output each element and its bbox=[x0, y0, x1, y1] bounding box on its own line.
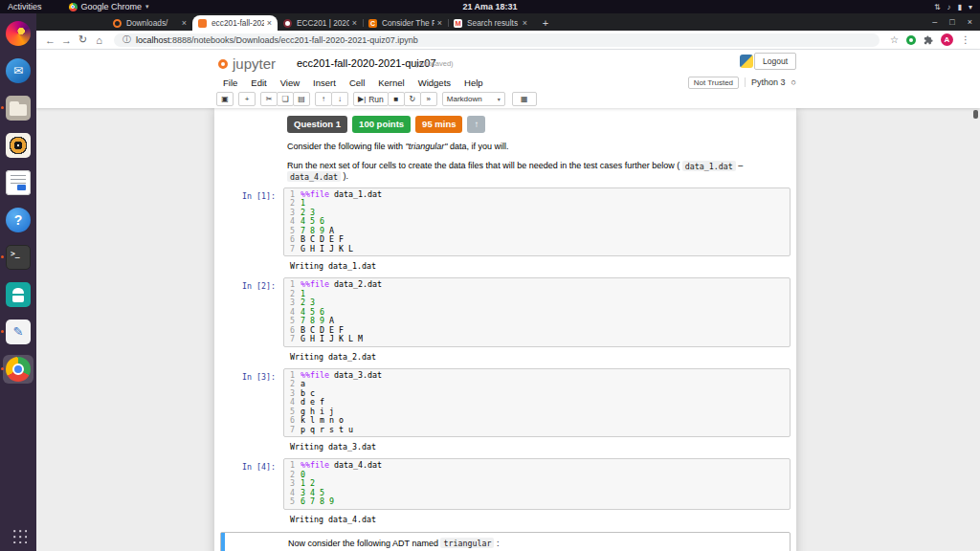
inline-code: data_1.dat bbox=[682, 161, 736, 171]
code-cell[interactable]: In [2]:1%%file data_2.dat2132 344 5 657 … bbox=[220, 273, 791, 364]
jupyter-logo[interactable]: jupyter bbox=[218, 55, 276, 72]
code-cell[interactable]: In [1]:1%%file data_1.dat2132 344 5 657 … bbox=[220, 183, 791, 274]
run-icon: ▶| bbox=[358, 96, 366, 103]
code-cells: In [1]:1%%file data_1.dat2132 344 5 657 … bbox=[214, 183, 796, 526]
code-text: %%file data_1.dat bbox=[301, 190, 382, 200]
dock-item-rhythmbox[interactable] bbox=[3, 131, 33, 160]
menu-insert[interactable]: Insert bbox=[306, 77, 343, 88]
restart-kernel-button[interactable]: ↻ bbox=[404, 92, 421, 106]
tab-close-icon[interactable]: × bbox=[352, 18, 357, 28]
menu-file[interactable]: File bbox=[216, 77, 244, 88]
page-scrollbar-thumb[interactable] bbox=[973, 110, 978, 119]
code-editor[interactable]: 1%%file data_3.dat2a3b c4d e f5g h i j6k… bbox=[283, 368, 791, 438]
dock-item-thunderbird[interactable] bbox=[3, 56, 33, 85]
network-icon[interactable]: ⇅ bbox=[934, 3, 941, 11]
battery-icon[interactable]: ▮ bbox=[958, 3, 962, 11]
cut-cell-button[interactable]: ✂ bbox=[260, 92, 278, 106]
browser-tab[interactable]: Consider The Following F× bbox=[363, 15, 448, 31]
cell-type-dropdown[interactable]: Markdown ▾ bbox=[442, 92, 505, 106]
menu-widgets[interactable]: Widgets bbox=[412, 77, 457, 88]
forward-button[interactable]: → bbox=[58, 34, 75, 46]
code-cell[interactable]: In [4]:1%%file data_4.dat2031 243 4 556 … bbox=[220, 453, 791, 526]
dock-item-text-editor[interactable] bbox=[3, 318, 33, 346]
cut-cell-icon: ✂ bbox=[266, 96, 273, 103]
move-cell-down-icon: ↓ bbox=[338, 96, 342, 103]
minimize-button[interactable]: – bbox=[932, 17, 937, 27]
code-line: 44 5 6 bbox=[284, 308, 790, 318]
code-editor[interactable]: 1%%file data_1.dat2132 344 5 657 8 9 A6B… bbox=[283, 187, 791, 257]
browser-tab[interactable]: Downloads/× bbox=[107, 15, 192, 31]
close-button[interactable]: × bbox=[968, 17, 972, 27]
browser-tab[interactable]: ECC201 | 2020 - 2021 | Fall× bbox=[278, 15, 363, 31]
thunderbird-icon bbox=[6, 58, 31, 83]
menu-view[interactable]: View bbox=[274, 77, 306, 88]
chrome-icon bbox=[69, 3, 78, 11]
browser-tab[interactable]: ecc201-fall-2020-2021-qui× bbox=[192, 15, 278, 31]
system-tray[interactable]: ⇅♪▮▾ bbox=[934, 3, 972, 11]
trust-status-button[interactable]: Not Trusted bbox=[688, 77, 739, 89]
menu-cell[interactable]: Cell bbox=[343, 77, 371, 88]
dock-item-terminal[interactable] bbox=[3, 243, 33, 272]
code-cell[interactable]: In [3]:1%%file data_3.dat2a3b c4d e f5g … bbox=[220, 364, 791, 454]
site-info-icon[interactable]: ⓘ bbox=[122, 33, 131, 46]
volume-icon[interactable]: ♪ bbox=[947, 3, 951, 11]
code-line: 21 bbox=[284, 199, 790, 209]
interrupt-kernel-button[interactable]: ■ bbox=[388, 92, 405, 106]
move-cell-down-button[interactable]: ↓ bbox=[331, 92, 348, 106]
bookmark-star-icon[interactable]: ☆ bbox=[890, 34, 899, 45]
tab-close-icon[interactable]: × bbox=[437, 18, 442, 28]
dock-item-help[interactable] bbox=[3, 206, 33, 234]
home-button[interactable]: ⌂ bbox=[91, 34, 107, 46]
app-menu[interactable]: Google Chrome ▾ bbox=[69, 2, 149, 11]
markdown-cell-question[interactable]: Question 1100 points95 mins↑ Consider th… bbox=[220, 111, 791, 183]
toolbar-group: ↑↓ bbox=[315, 92, 348, 106]
move-cell-up-button[interactable]: ↑ bbox=[315, 92, 332, 106]
reload-button[interactable]: ↻ bbox=[75, 33, 91, 46]
back-button[interactable]: ← bbox=[42, 34, 58, 46]
copy-cell-button[interactable]: ❏ bbox=[277, 92, 294, 106]
code-line: 20 bbox=[284, 471, 790, 480]
output-prompt bbox=[220, 441, 283, 452]
logout-button[interactable]: Logout bbox=[754, 53, 796, 70]
dock-item-firefox[interactable] bbox=[3, 19, 33, 48]
extension-icon[interactable] bbox=[906, 35, 916, 45]
tab-title: Search results - abdulmur bbox=[467, 18, 520, 28]
command-palette-button[interactable]: ▦ bbox=[512, 92, 537, 106]
menu-edit[interactable]: Edit bbox=[244, 77, 273, 88]
url-bar[interactable]: ⓘ localhost:8888/notebooks/Downloads/ecc… bbox=[114, 33, 880, 47]
add-cell-button[interactable]: + bbox=[238, 92, 256, 106]
run-button[interactable]: ▶|Run bbox=[353, 92, 389, 106]
browser-menu-icon[interactable]: ⋮ bbox=[961, 34, 970, 45]
dock-item-files[interactable] bbox=[3, 94, 33, 122]
browser-tab[interactable]: Search results - abdulmur× bbox=[448, 15, 533, 31]
dock-item-chrome[interactable] bbox=[3, 355, 33, 384]
jupyter-header: jupyter ecc201-fall-2020-2021-quiz07 (au… bbox=[36, 50, 980, 108]
menu-kernel[interactable]: Kernel bbox=[371, 77, 411, 88]
chevron-down-icon: ▾ bbox=[145, 3, 149, 11]
maximize-button[interactable]: □ bbox=[949, 17, 954, 27]
dock-item-libreoffice-writer[interactable] bbox=[3, 168, 33, 197]
tab-close-icon[interactable]: × bbox=[523, 18, 527, 28]
restart-run-all-button[interactable]: » bbox=[420, 92, 437, 106]
activities-button[interactable]: Activities bbox=[8, 2, 42, 11]
tab-close-icon[interactable]: × bbox=[267, 18, 272, 28]
tray-caret-icon[interactable]: ▾ bbox=[969, 3, 972, 11]
save-button[interactable]: ▣ bbox=[216, 92, 234, 106]
input-prompt: In [2]: bbox=[220, 277, 283, 347]
new-tab-button[interactable]: + bbox=[537, 15, 554, 31]
notebook-body: Question 1100 points95 mins↑ Consider th… bbox=[36, 108, 980, 551]
show-applications-button[interactable] bbox=[11, 527, 27, 543]
tab-title: ECC201 | 2020 - 2021 | Fall bbox=[297, 18, 349, 28]
code-editor[interactable]: 1%%file data_4.dat2031 243 4 556 7 8 9 bbox=[283, 458, 791, 510]
tab-close-icon[interactable]: × bbox=[182, 18, 187, 28]
profile-avatar[interactable]: A bbox=[941, 33, 953, 46]
magic-token: %%file bbox=[301, 460, 329, 470]
code-line: 32 3 bbox=[284, 298, 790, 308]
cell-output: Writing data_4.dat bbox=[283, 514, 376, 524]
menu-help[interactable]: Help bbox=[457, 77, 490, 88]
paste-cell-button[interactable]: ▤ bbox=[293, 92, 310, 106]
code-editor[interactable]: 1%%file data_2.dat2132 344 5 657 8 9 A6B… bbox=[283, 277, 791, 347]
extensions-puzzle-icon[interactable] bbox=[924, 35, 933, 45]
dock-item-android-app[interactable] bbox=[3, 280, 33, 309]
markdown-cell-adt[interactable]: Now consider the following ADT named tri… bbox=[220, 532, 791, 551]
